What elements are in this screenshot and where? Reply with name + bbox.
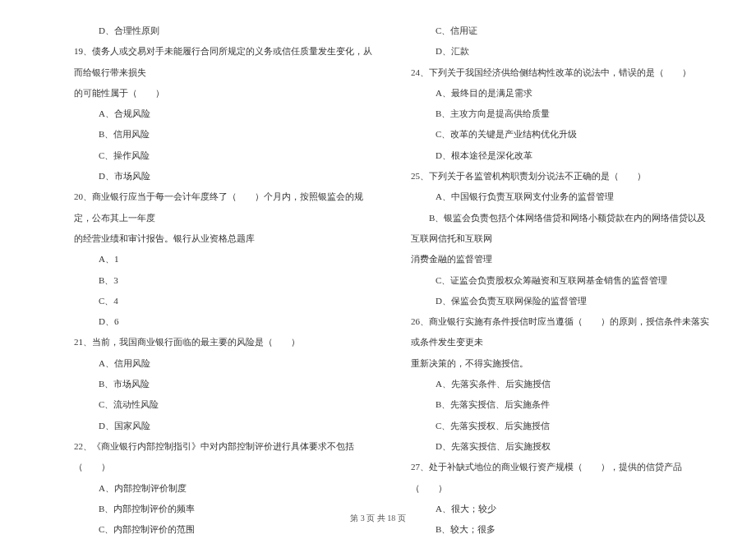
option-line: B、先落实授信、后实施条件 <box>411 394 715 415</box>
question-line: 21、当前，我国商业银行面临的最主要的风险是（ ） <box>74 332 378 352</box>
option-line: C、操作风险 <box>74 145 378 166</box>
page-footer: 第 3 页 共 18 页 <box>0 513 756 524</box>
question-line: 20、商业银行应当于每一会计年度终了（ ）个月内，按照银监会的规定，公布其上一年… <box>74 186 378 228</box>
question-line: 26、商业银行实施有条件授信时应当遵循（ ）的原则，授信条件未落实或条件发生变更… <box>411 311 715 353</box>
question-line: 19、债务人或交易对手未能履行合同所规定的义务或信任质量发生变化，从而给银行带来… <box>74 41 378 83</box>
question-line: 的可能性属于（ ） <box>74 83 378 104</box>
option-line: D、保监会负责互联网保险的监督管理 <box>411 291 715 311</box>
option-line: C、改革的关键是产业结构优化升级 <box>411 124 715 145</box>
option-line: D、先落实授信、后实施授权 <box>411 436 715 457</box>
question-line: 24、下列关于我国经济供给侧结构性改革的说法中，错误的是（ ） <box>411 62 715 83</box>
option-line: D、6 <box>74 311 378 332</box>
option-line: A、先落实条件、后实施授信 <box>411 374 715 394</box>
option-line: C、证监会负责股权众筹融资和互联网基金销售的监督管理 <box>411 270 715 291</box>
option-line: A、最终目的是满足需求 <box>411 83 715 104</box>
option-line: B、信用风险 <box>74 124 378 145</box>
option-line: D、市场风险 <box>74 166 378 186</box>
option-line: B、市场风险 <box>74 374 378 394</box>
option-line: A、信用风险 <box>74 353 378 374</box>
option-line: A、内部控制评价制度 <box>74 478 378 499</box>
option-line: C、先落实授权、后实施授信 <box>411 416 715 436</box>
question-line: 消费金融的监督管理 <box>411 249 715 269</box>
option-line: B、3 <box>74 270 378 291</box>
option-line: D、根本途径是深化改革 <box>411 145 715 166</box>
question-line: 重新决策的，不得实施授信。 <box>411 353 715 374</box>
option-line: D、合理性原则 <box>74 21 378 41</box>
option-line: C、4 <box>74 291 378 311</box>
option-line: A、1 <box>74 249 378 269</box>
option-line: D、汇款 <box>411 41 715 62</box>
question-line: 的经营业绩和审计报告。银行从业资格总题库 <box>74 228 378 249</box>
option-line: C、信用证 <box>411 21 715 41</box>
question-line: B、银监会负责包括个体网络借贷和网络小额贷款在内的网络借贷以及互联网信托和互联网 <box>411 208 715 250</box>
right-column: C、信用证D、汇款24、下列关于我国经济供给侧结构性改革的说法中，错误的是（ ）… <box>411 21 715 534</box>
question-line: 27、处于补缺式地位的商业银行资产规模（ ），提供的信贷产品（ ） <box>411 457 715 499</box>
question-line: 25、下列关于各监管机构职责划分说法不正确的是（ ） <box>411 166 715 186</box>
option-line: C、流动性风险 <box>74 394 378 415</box>
option-line: D、国家风险 <box>74 416 378 436</box>
option-line: A、中国银行负责互联网支付业务的监督管理 <box>411 186 715 207</box>
option-line: B、主攻方向是提高供给质量 <box>411 104 715 124</box>
left-column: D、合理性原则19、债务人或交易对手未能履行合同所规定的义务或信任质量发生变化，… <box>74 21 378 534</box>
page-number: 第 3 页 共 18 页 <box>350 513 406 522</box>
option-line: A、合规风险 <box>74 104 378 124</box>
page-container: D、合理性原则19、债务人或交易对手未能履行合同所规定的义务或信任质量发生变化，… <box>0 0 756 534</box>
question-line: 22、《商业银行内部控制指引》中对内部控制评价进行具体要求不包括（ ） <box>74 436 378 478</box>
